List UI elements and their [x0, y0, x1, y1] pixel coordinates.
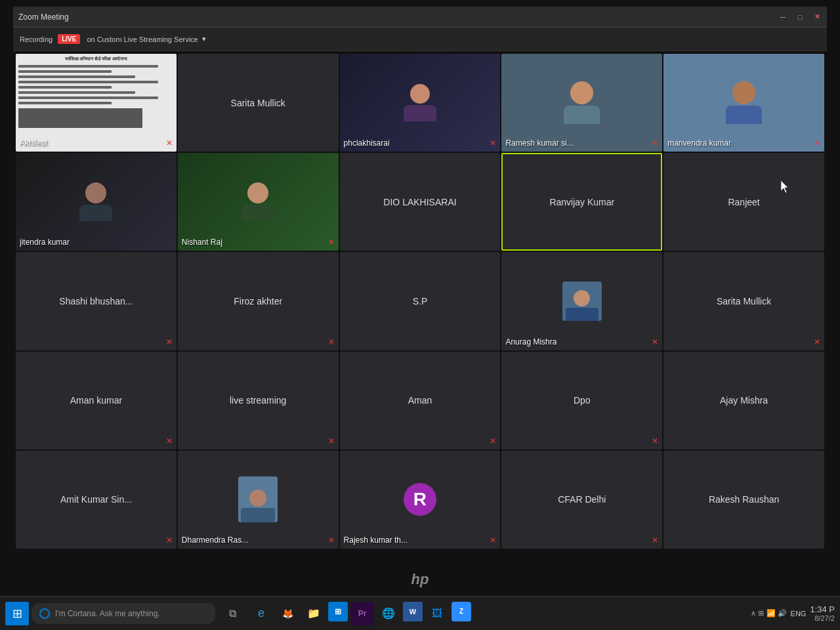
photos-icon[interactable]: 🖼: [425, 602, 449, 625]
participant-name-dharmendra: Dharmendra Ras...: [182, 536, 248, 545]
language-indicator: ENG: [791, 610, 807, 618]
edge-icon[interactable]: e: [249, 602, 273, 625]
word-icon[interactable]: W: [403, 602, 423, 621]
participant-tile-shashi[interactable]: Shashi bhushan... ✕: [16, 252, 177, 350]
participant-name-amit: Amit Kumar Sin...: [60, 494, 132, 505]
participant-name-rakesh: Rakesh Raushan: [709, 494, 779, 505]
taskbar-time-display: 1:34 P: [810, 604, 835, 614]
participant-name-anurag: Anurag Mishra: [505, 337, 556, 346]
hp-logo: hp: [411, 571, 429, 588]
participant-tile-jitendra[interactable]: jitendra kumar: [16, 153, 177, 251]
mute-icon-livestreaming: ✕: [328, 436, 335, 446]
participant-tile-ajay[interactable]: Ajay Mishra: [663, 352, 824, 450]
participant-tile-livestreaming[interactable]: live streaming ✕: [178, 352, 339, 450]
participant-tile-aman[interactable]: Aman ✕: [340, 352, 501, 450]
participant-tile-dio[interactable]: DIO LAKHISARAI: [340, 153, 501, 251]
participant-name-amankumar: Aman kumar: [70, 395, 122, 406]
participant-name-phclakhisarai: phclakhisarai: [344, 138, 390, 148]
cortana-bar[interactable]: I'm Cortana. Ask me anything.: [32, 603, 215, 624]
mute-icon-dpo: ✕: [652, 436, 658, 446]
system-tray: ∧ ⊞ 📶 🔊: [751, 609, 786, 618]
store-icon[interactable]: ⊞: [328, 602, 348, 621]
mute-icon-anurag: ✕: [652, 337, 658, 346]
mute-icon-aman: ✕: [490, 436, 496, 446]
participant-name-sarita2: Sarita Mullick: [717, 296, 771, 306]
folder-icon[interactable]: 📁: [302, 602, 326, 625]
participant-name-rajesh: Rajesh kumar th...: [344, 536, 408, 545]
mute-icon-sarita2: ✕: [814, 337, 820, 346]
browser-icon[interactable]: 🦊: [276, 602, 299, 625]
mute-icon-cfar: ✕: [652, 536, 658, 545]
mute-icon-firoz: ✕: [328, 337, 335, 346]
participant-tile-manvendra[interactable]: manvendra kumar ✕: [663, 54, 824, 152]
participant-name-cfar: CFAR Delhi: [558, 494, 606, 505]
live-badge: LIVE: [58, 34, 80, 44]
participant-tile-amankumar[interactable]: Aman kumar ✕: [16, 352, 177, 450]
mute-icon-amankumar: ✕: [166, 436, 173, 446]
taskbar-clock[interactable]: 1:34 P 8/27/2: [810, 604, 835, 622]
participant-tile-sp[interactable]: S.P: [340, 252, 501, 350]
participant-tile-akhilesh[interactable]: सर्वशिक्षा अभियान बोर्ड परीक्षा आयोजना A…: [16, 54, 177, 152]
participant-name-manvendra: manvendra kumar: [667, 138, 731, 148]
participant-tile-sarita2[interactable]: Sarita Mullick ✕: [663, 252, 824, 350]
participant-tile-phclakhisarai[interactable]: phclakhisarai ✕: [340, 54, 501, 152]
title-bar: Zoom Meeting ─ □ ✕: [13, 7, 827, 28]
participant-tile-rajesh[interactable]: R Rajesh kumar th... ✕: [340, 451, 501, 549]
streaming-text: on Custom Live Streaming Service: [87, 35, 198, 43]
zoom-toolbar: Recording LIVE on Custom Live Streaming …: [13, 28, 827, 51]
mute-icon-nishant: ✕: [328, 238, 335, 247]
participant-tile-amit[interactable]: Amit Kumar Sin... ✕: [16, 451, 177, 549]
participant-tile-rakesh[interactable]: Rakesh Raushan: [663, 451, 824, 549]
participant-name-dpo: Dpo: [574, 395, 591, 406]
participant-tile-ranjeet[interactable]: Ranjeet: [663, 153, 824, 251]
participant-tile-anurag[interactable]: Anurag Mishra ✕: [501, 252, 662, 350]
participants-grid: सर्वशिक्षा अभियान बोर्ड परीक्षा आयोजना A…: [13, 51, 827, 551]
participant-name-livestreaming: live streaming: [230, 395, 286, 406]
participant-tile-nishant[interactable]: Nishant Raj ✕: [178, 153, 339, 251]
participant-name-ajay: Ajay Mishra: [720, 395, 768, 406]
streaming-dropdown[interactable]: ▾: [202, 35, 206, 43]
mute-icon-amit: ✕: [166, 536, 173, 545]
close-button[interactable]: ✕: [812, 12, 822, 22]
participant-name-shashi: Shashi bhushan...: [59, 296, 133, 306]
premiere-icon[interactable]: Pr: [350, 602, 374, 625]
mute-icon-rajesh: ✕: [490, 536, 496, 545]
mute-icon-akhilesh: ✕: [166, 138, 173, 148]
chrome-icon[interactable]: 🌐: [377, 602, 400, 625]
zoom-icon[interactable]: Z: [452, 602, 471, 621]
taskbar-app-icons: e 🦊 📁 ⊞ Pr 🌐 W 🖼 Z: [249, 602, 471, 625]
participant-name-nishant: Nishant Raj: [182, 238, 222, 247]
participant-tile-ramesh[interactable]: Ramesh kumar si... ✕: [501, 54, 662, 152]
participant-name-aman: Aman: [408, 395, 432, 406]
participant-name-ranjeet: Ranjeet: [728, 197, 759, 207]
taskbar-date-display: 8/27/2: [810, 614, 835, 622]
title-bar-left: Zoom Meeting: [18, 12, 69, 22]
participant-tile-dpo[interactable]: Dpo ✕: [501, 352, 662, 450]
participant-name-ramesh: Ramesh kumar si...: [505, 138, 573, 148]
mute-icon-phclakhisarai: ✕: [490, 138, 496, 148]
cortana-placeholder: I'm Cortana. Ask me anything.: [55, 609, 160, 618]
participant-tile-sarita1[interactable]: Sarita Mullick: [178, 54, 339, 152]
participant-name-jitendra: jitendra kumar: [20, 238, 70, 247]
taskbar-right: ∧ ⊞ 📶 🔊 ENG 1:34 P 8/27/2: [751, 604, 835, 622]
mute-icon-ramesh: ✕: [652, 138, 658, 148]
minimize-button[interactable]: ─: [778, 12, 788, 22]
mute-icon-shashi: ✕: [166, 337, 173, 346]
maximize-button[interactable]: □: [795, 12, 805, 22]
start-button[interactable]: ⊞: [5, 602, 29, 625]
app-title: Zoom Meeting: [18, 12, 69, 22]
participant-name-firoz: Firoz akhter: [234, 296, 282, 306]
participant-tile-cfar[interactable]: CFAR Delhi ✕: [501, 451, 662, 549]
participant-tile-ranvijay[interactable]: Ranvijay Kumar: [501, 153, 662, 251]
cortana-icon: [39, 608, 50, 619]
taskview-icon[interactable]: ⧉: [220, 602, 244, 625]
participant-name-dio: DIO LAKHISARAI: [383, 197, 456, 207]
participant-name-sarita1: Sarita Mullick: [231, 98, 285, 108]
participant-tile-dharmendra[interactable]: Dharmendra Ras... ✕: [178, 451, 339, 549]
monitor-bezel: Zoom Meeting ─ □ ✕ Recording LIVE on Cus…: [0, 0, 840, 630]
screen: Zoom Meeting ─ □ ✕ Recording LIVE on Cus…: [13, 7, 827, 551]
mute-icon-manvendra: ✕: [814, 138, 820, 148]
participant-name-sp: S.P: [413, 296, 428, 306]
participant-name-ranvijay: Ranvijay Kumar: [549, 197, 614, 207]
participant-tile-firoz[interactable]: Firoz akhter ✕: [178, 252, 339, 350]
